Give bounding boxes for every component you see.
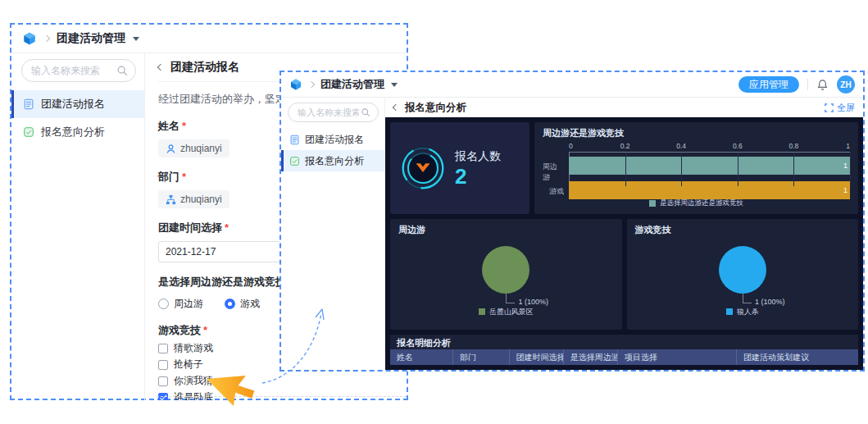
chart-legend[interactable]: 是选择周边游还是游戏竞技 (543, 198, 850, 209)
column-header: 姓名 (390, 349, 453, 365)
search-input[interactable] (296, 107, 361, 118)
sidebar-item-label: 团建活动报名 (305, 133, 364, 147)
sidebar-item-intent-analysis[interactable]: 报名意向分析 (11, 118, 144, 146)
radio-option-trip[interactable]: 周边游 (158, 297, 203, 311)
detail-table-section: 报名明细分析 姓名 部门 团建时间选择 是选择周边游还是游... 项目选择 团建… (390, 335, 858, 365)
search-icon (116, 65, 128, 76)
callout-line (743, 294, 752, 303)
app-title[interactable]: 团建活动管理 (57, 31, 125, 46)
category-label: 周边游 (543, 162, 564, 183)
legend-label: 狼人杀 (737, 307, 759, 317)
sidebar-item-signup-form[interactable]: 团建活动报名 (11, 90, 144, 118)
checkbox-icon[interactable] (158, 360, 168, 370)
x-tick: 0.8 (788, 142, 798, 150)
radio-option-game[interactable]: 游戏 (225, 297, 260, 311)
org-chart-icon (166, 194, 176, 205)
sidebar-item-label: 团建活动报名 (41, 97, 105, 112)
page-title: 团建活动报名 (170, 60, 239, 75)
column-header: 部门 (453, 349, 510, 365)
bar-chart-card: 周边游还是游戏竞技 周边游 游戏 0 0.2 0.4 (534, 122, 858, 214)
bar-value-label: 1 (843, 162, 848, 170)
chart-legend[interactable]: 狼人杀 (635, 306, 851, 317)
legend-label: 是选择周边游还是游戏竞技 (660, 198, 743, 208)
department-value-tag[interactable]: zhuqianyi (158, 190, 229, 208)
breadcrumb-chevron-icon (43, 35, 50, 42)
cube-logo-icon (289, 78, 302, 91)
radio-icon[interactable] (158, 299, 169, 309)
caret-down-icon[interactable] (391, 83, 398, 87)
kpi-label: 报名人数 (455, 149, 501, 164)
chart-title: 周边游 (398, 224, 614, 236)
pie-slice-game[interactable] (719, 246, 766, 294)
required-mark: * (182, 171, 186, 183)
breadcrumb-chevron-icon (308, 81, 315, 88)
dashboard: 报名人数 2 周边游还是游戏竞技 周边游 游戏 (385, 117, 863, 370)
bar-chart-plot: 0 0.2 0.4 0.6 0.8 1 1 1 (569, 142, 850, 198)
pie-card-game: 游戏竞技 1 (100%) 狼人杀 (627, 219, 859, 330)
sidebar-search[interactable] (21, 59, 136, 82)
analysis-icon (289, 156, 300, 166)
app-header: 团建活动管理 应用管理 ZH (281, 72, 863, 98)
pie-callout: 1 (100%) (743, 294, 785, 303)
sidebar-item-label: 报名意向分析 (41, 125, 105, 139)
sidebar-item-intent-analysis[interactable]: 报名意向分析 (281, 150, 384, 171)
gridline (793, 153, 794, 186)
legend-swatch (479, 308, 485, 315)
avatar[interactable]: ZH (837, 75, 855, 93)
required-mark: * (182, 120, 186, 132)
pie-value-label: 1 (100%) (755, 298, 785, 306)
legend-label: 岳麓山风景区 (489, 307, 534, 317)
document-icon (23, 98, 34, 110)
x-tick: 0.6 (733, 142, 743, 150)
back-chevron-icon[interactable] (157, 64, 164, 71)
checkbox-icon[interactable] (158, 344, 168, 353)
bar-game[interactable]: 1 (569, 181, 850, 199)
screenshot-canvas: 团建活动管理 团建活动报名 报名意向分析 (0, 0, 868, 424)
sidebar: 团建活动报名 报名意向分析 (281, 98, 385, 370)
sidebar-search[interactable] (288, 103, 379, 122)
sidebar-item-signup-form[interactable]: 团建活动报名 (281, 129, 384, 150)
fullscreen-button[interactable]: 全屏 (825, 102, 855, 114)
required-mark: * (203, 324, 207, 336)
gridline (738, 153, 738, 186)
x-tick: 0.4 (676, 142, 686, 150)
kpi-card: 报名人数 2 (390, 122, 529, 214)
bar-chart: 周边游 游戏 0 0.2 0.4 0.6 0.8 1 (543, 142, 850, 198)
name-value: zhuqianyi (180, 143, 222, 154)
analysis-icon (23, 126, 34, 138)
x-axis (569, 152, 850, 153)
column-header: 项目选择 (618, 349, 737, 365)
kpi-value: 2 (455, 166, 501, 187)
search-input[interactable] (30, 64, 116, 77)
app-manage-button[interactable]: 应用管理 (738, 76, 799, 93)
column-header-sortable[interactable]: 团建时间选择 (510, 349, 564, 365)
document-icon (289, 134, 300, 145)
caret-down-icon[interactable] (133, 37, 139, 41)
search-icon (361, 107, 370, 117)
chart-title: 周边游还是游戏竞技 (543, 127, 850, 139)
gridline (681, 153, 682, 186)
fullscreen-icon (825, 103, 834, 112)
name-value-tag[interactable]: zhuqianyi (158, 139, 229, 157)
app-header: 团建活动管理 (11, 25, 407, 53)
column-header-sortable[interactable]: 是选择周边游还是游... (564, 349, 618, 365)
back-chevron-icon[interactable] (393, 104, 399, 111)
gridline (850, 153, 851, 186)
table-header-row: 姓名 部门 团建时间选择 是选择周边游还是游... 项目选择 团建活动策划建议 (390, 349, 858, 365)
radio-checked-icon[interactable] (225, 299, 235, 309)
bell-icon[interactable] (816, 79, 829, 91)
footer-divider (157, 396, 407, 397)
pie-value-label: 1 (100%) (518, 298, 548, 306)
checkbox-icon[interactable] (158, 376, 168, 386)
required-mark: * (225, 221, 229, 234)
pie-slice-trip[interactable] (482, 246, 529, 294)
bar-trip[interactable]: 1 (569, 157, 850, 175)
app-title[interactable]: 团建活动管理 (320, 77, 384, 92)
sidebar-item-label: 报名意向分析 (305, 154, 364, 168)
column-header: 团建活动策划建议 (737, 349, 858, 365)
checkbox-option[interactable]: 你演我猜 (158, 375, 407, 387)
chart-legend[interactable]: 岳麓山风景区 (398, 306, 614, 317)
cube-logo-icon (22, 31, 37, 46)
dashboard-panel: 报名意向分析 全屏 (385, 98, 863, 370)
x-tick: 1 (846, 142, 850, 150)
